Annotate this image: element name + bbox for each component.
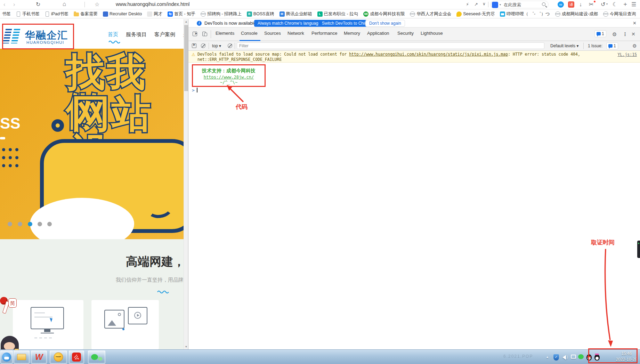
bookmark-item[interactable]: 招聘狗 - 招聘路上 — [201, 11, 242, 17]
carousel-dot[interactable] — [47, 222, 52, 226]
back-icon[interactable]: ‹ — [3, 1, 5, 8]
infinity-badge-icon[interactable]: ∞ — [558, 1, 564, 8]
dont-show-again-button[interactable]: Don't show again — [365, 20, 405, 27]
carousel-dot-active[interactable] — [28, 222, 32, 226]
cloud-icon — [4, 357, 9, 359]
tab-network[interactable]: Network — [287, 31, 304, 36]
bookmark-item[interactable]: 华西人才网企业会 — [410, 11, 451, 17]
service-card[interactable] — [13, 300, 83, 349]
side-dock-widget[interactable] — [637, 241, 640, 258]
forward-icon[interactable]: › — [13, 1, 15, 8]
undo-icon[interactable]: ↺ — [601, 1, 605, 8]
search-icon[interactable] — [542, 2, 545, 6]
close-devtools-icon[interactable]: ✕ — [631, 31, 635, 37]
taskbar-explorer-button[interactable] — [14, 350, 30, 364]
devtools-notification-bar: i DevTools is now available in Chinese! … — [188, 19, 640, 27]
tab-security[interactable]: Security — [397, 31, 414, 36]
taskbar-wangwang-button[interactable] — [50, 350, 67, 364]
home-icon[interactable]: ⌂ — [63, 0, 66, 8]
flash-icon[interactable]: ⚡ — [466, 1, 469, 8]
issues-counter[interactable]: 1 — [606, 42, 618, 49]
folder-icon — [74, 13, 79, 16]
new-tab-icon[interactable]: ＋ — [622, 0, 628, 8]
search-field[interactable]: ▾ 在此搜索 — [490, 1, 549, 8]
bookmark-item[interactable]: 成都网站建设-成都 — [555, 11, 598, 17]
taskbar-wps-button[interactable]: W — [31, 350, 47, 364]
error-badge[interactable]: 1 — [594, 30, 606, 37]
close-notification-icon[interactable]: ✕ — [633, 21, 637, 26]
screen: ‹ › ↻ ⌂ ☆ www.huarongqihui.com/index.htm… — [0, 0, 640, 364]
taskbar-watermark: 6.2021.POP — [503, 354, 533, 359]
log-levels-dropdown[interactable]: Default levels ▾ — [550, 43, 578, 48]
sixty-eight-icon: 68 — [363, 11, 368, 17]
match-language-button[interactable]: Always match Chrome's language — [254, 20, 324, 27]
bookmark-item[interactable]: 网才 — [147, 11, 162, 17]
nav-item-services[interactable]: 服务项目 — [126, 31, 147, 38]
bookmark-item[interactable]: iPad书签 — [45, 11, 68, 17]
warning-source-link[interactable]: YL.js:15 — [618, 52, 637, 57]
taskbar-browser-button[interactable] — [0, 350, 13, 364]
bookmark-item[interactable]: Seeseed-无穷尽 — [456, 11, 495, 17]
tab-application[interactable]: Application — [367, 31, 389, 36]
boss-icon: B — [247, 11, 252, 17]
address-bar[interactable]: www.huarongqihui.com/index.html — [116, 1, 189, 7]
scrollbar-thumb[interactable] — [184, 25, 188, 91]
seeseed-icon — [456, 11, 462, 17]
live-expression-eye-icon[interactable] — [228, 43, 232, 48]
taskbar-redapp-button[interactable]: 么 — [69, 350, 84, 364]
translate-badge-icon[interactable]: 译 — [568, 1, 574, 8]
carousel-dot[interactable] — [38, 222, 42, 226]
settings-gear-icon[interactable]: ⚙ — [612, 31, 617, 38]
issues-label[interactable]: 1 Issue: — [588, 43, 602, 48]
tab-elements[interactable]: Elements — [216, 31, 234, 36]
tray-network-icon[interactable] — [571, 355, 576, 359]
console-filter-input[interactable] — [237, 42, 544, 49]
bookmark-item[interactable]: 68成都今网科技有限 — [363, 11, 405, 17]
bookmark-item[interactable]: Recruiter Deskto — [103, 11, 142, 17]
taskbar-wechat-button[interactable] — [88, 350, 105, 364]
nav-item-cases[interactable]: 客户案例 — [154, 31, 175, 38]
tray-speaker-icon[interactable] — [562, 355, 566, 360]
chevron-down-icon[interactable]: ∨ — [483, 0, 486, 8]
tab-sources[interactable]: Sources — [264, 31, 281, 36]
mascot-widget[interactable]: 简 — [0, 297, 21, 349]
support-message-link[interactable]: https://www.28jw.cn/ — [193, 75, 265, 80]
green-status-dot — [638, 243, 639, 244]
carousel-dot[interactable] — [8, 222, 12, 226]
bookmark-item[interactable]: BBOSS直聘 — [247, 11, 274, 17]
bookmark-item[interactable]: L已发布职位 - 拉勾 — [317, 11, 358, 17]
share-icon[interactable]: ↗ — [474, 1, 478, 8]
console-settings-gear-icon[interactable]: ⚙ — [632, 43, 637, 49]
tab-console[interactable]: Console — [241, 31, 258, 36]
service-card[interactable] — [91, 300, 159, 349]
more-options-icon[interactable]: ⋮ — [623, 31, 627, 37]
download-icon[interactable]: ↓ — [579, 1, 582, 8]
tray-wechat-icon[interactable] — [578, 354, 584, 359]
bookmark-star-icon[interactable]: ☆ — [95, 1, 99, 8]
bookmark-item[interactable]: 知首页 - 知乎 — [168, 11, 195, 17]
bookmark-item[interactable]: M腾讯企业邮箱 — [280, 11, 312, 17]
bookmark-item[interactable]: 书签 — [2, 11, 11, 17]
warning-sourcemap-link[interactable]: http://www.huarongqihui.com/skin/huarong… — [349, 52, 508, 57]
bookmark-item[interactable]: 哔哩哔哩（ ゜- ゜）つ — [500, 11, 550, 17]
site-scrollbar[interactable]: ▲ ▼ — [184, 19, 188, 349]
night-mode-icon[interactable]: ☾ — [613, 1, 617, 8]
bookmark-item[interactable]: 备案需要 — [74, 11, 98, 17]
menu-icon[interactable]: ☰ — [631, 1, 636, 8]
bookmark-item[interactable]: 手机书签 — [16, 11, 40, 17]
tray-shield-icon[interactable]: ✓ — [553, 354, 559, 361]
tray-expand-icon[interactable]: ▲ — [546, 355, 549, 359]
tab-performance[interactable]: Performance — [311, 31, 337, 36]
carousel-dot[interactable] — [18, 222, 22, 226]
console-cursor[interactable] — [197, 88, 197, 92]
nav-item-home[interactable]: 首页 — [108, 31, 118, 38]
zhihu-icon: 知 — [168, 11, 173, 17]
tab-memory[interactable]: Memory — [344, 31, 360, 36]
tab-lighthouse[interactable]: Lighthouse — [421, 31, 443, 36]
bookmark-item[interactable]: 今网项目查询 — [603, 11, 636, 17]
scissors-icon[interactable]: ✂ — [589, 1, 593, 8]
baidu-paw-icon[interactable] — [492, 2, 498, 8]
context-selector[interactable]: top ▾ — [212, 43, 221, 48]
clear-console-icon[interactable] — [201, 43, 205, 48]
reload-icon[interactable]: ↻ — [36, 1, 40, 8]
